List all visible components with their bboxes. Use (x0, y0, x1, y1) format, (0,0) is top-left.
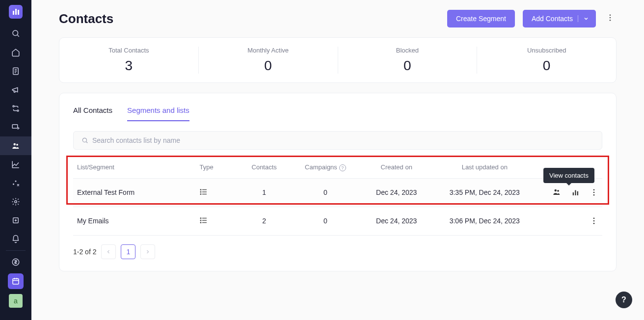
view-contacts-icon[interactable] (552, 187, 561, 196)
pagination: 1-2 of 2 1 (73, 244, 602, 259)
sidebar-item-automation[interactable] (0, 99, 31, 118)
sidebar-item-notifications[interactable] (0, 230, 31, 248)
cell-created-on: Dec 24, 2023 (357, 207, 436, 235)
cell-name: External Test Form (73, 178, 195, 207)
svg-point-13 (610, 20, 611, 21)
stat-total-contacts: Total Contacts 3 (59, 47, 199, 74)
table-row[interactable]: My Emails 2 0 Dec 24, 2023 3:06 PM, Dec … (73, 207, 602, 235)
more-vertical-icon[interactable] (590, 216, 598, 225)
search-input[interactable] (92, 136, 594, 144)
svg-point-12 (610, 17, 611, 19)
search-bar[interactable] (73, 131, 602, 150)
cell-campaigns: 0 (294, 207, 357, 235)
cell-name: My Emails (73, 207, 195, 235)
svg-point-25 (593, 194, 595, 196)
svg-point-31 (593, 223, 595, 224)
sidebar-item-analytics[interactable] (0, 155, 31, 174)
svg-point-16 (201, 191, 202, 192)
stats-card: Total Contacts 3 Monthly Active 0 Blocke… (59, 37, 617, 83)
svg-point-28 (201, 222, 202, 223)
tooltip-view-contacts: View contacts (543, 168, 594, 183)
screen-icon (11, 123, 20, 132)
col-header-updated-on: Last updated on (436, 159, 534, 178)
svg-point-29 (593, 217, 595, 219)
gear-icon (11, 197, 20, 206)
stat-label: Blocked (338, 47, 477, 54)
pagination-page-1[interactable]: 1 (121, 244, 135, 259)
main-content: Contacts Create Segment Add Contacts Tot… (31, 0, 644, 320)
create-segment-button[interactable]: Create Segment (447, 10, 515, 27)
megaphone-icon (11, 85, 20, 94)
sparkle-icon (11, 179, 20, 187)
cell-created-on: Dec 24, 2023 (357, 178, 436, 207)
cell-type (195, 178, 235, 207)
svg-point-19 (557, 189, 559, 191)
tab-segments-lists[interactable]: Segments and lists (127, 103, 189, 121)
help-icon[interactable]: ? (339, 164, 346, 171)
svg-point-5 (14, 143, 16, 146)
row-actions (537, 216, 598, 225)
chart-bar-icon[interactable] (571, 188, 580, 197)
sidebar-item-home[interactable] (0, 43, 31, 62)
add-contacts-label: Add Contacts (532, 15, 573, 23)
list-icon (199, 187, 208, 196)
svg-point-17 (201, 193, 202, 194)
stat-value: 3 (59, 58, 198, 74)
sidebar-item-campaigns[interactable] (0, 80, 31, 99)
svg-point-6 (16, 144, 18, 146)
pagination-prev[interactable] (101, 244, 116, 259)
add-contacts-button[interactable]: Add Contacts (523, 10, 596, 27)
segments-table: List/Segment Type Contacts Campaigns? Cr… (73, 159, 602, 236)
chevron-down-icon (583, 16, 589, 22)
svg-point-0 (13, 30, 18, 36)
svg-point-27 (201, 220, 202, 221)
svg-point-14 (82, 138, 86, 142)
stat-unsubscribed: Unsubscribed 0 (477, 47, 616, 74)
svg-point-30 (593, 220, 595, 222)
page-header: Contacts Create Segment Add Contacts (59, 10, 617, 27)
sidebar-item-magic[interactable] (0, 174, 31, 192)
content-card: All Contacts Segments and lists List/Seg… (59, 93, 617, 271)
stat-label: Total Contacts (59, 47, 198, 54)
more-vertical-icon[interactable] (590, 188, 598, 197)
help-float-button[interactable]: ? (616, 292, 632, 308)
sidebar-item-settings[interactable] (0, 192, 31, 211)
cell-campaigns: 0 (294, 178, 357, 207)
sidebar-divider (6, 250, 26, 251)
sidebar-item-billing[interactable] (0, 253, 31, 271)
automation-icon (11, 104, 20, 113)
stat-label: Unsubscribed (477, 47, 616, 54)
col-header-list-segment: List/Segment (73, 159, 195, 178)
svg-rect-4 (12, 125, 18, 129)
cell-updated-on: 3:06 PM, Dec 24, 2023 (436, 207, 534, 235)
col-header-contacts: Contacts (235, 159, 294, 178)
svg-rect-21 (575, 190, 576, 196)
svg-point-2 (13, 106, 14, 107)
tabs: All Contacts Segments and lists (73, 103, 602, 121)
stat-value: 0 (477, 58, 616, 74)
sidebar-item-content[interactable] (0, 62, 31, 80)
sidebar-search[interactable] (0, 24, 31, 43)
pagination-next[interactable] (140, 244, 155, 259)
user-avatar[interactable]: a (9, 294, 23, 308)
cell-contacts: 2 (235, 207, 294, 235)
col-header-type: Type (195, 159, 235, 178)
header-more-button[interactable] (604, 11, 617, 26)
svg-point-24 (593, 192, 595, 193)
tab-all-contacts[interactable]: All Contacts (73, 103, 112, 121)
table-row[interactable]: External Test Form 1 0 Dec 24, 2023 3:35… (73, 178, 602, 207)
sidebar-item-forms[interactable] (0, 118, 31, 136)
people-icon (11, 141, 20, 150)
app-logo[interactable] (9, 5, 23, 19)
sidebar-item-calendar[interactable] (8, 273, 24, 289)
search-icon (11, 29, 20, 38)
sidebar-item-contacts[interactable] (0, 136, 31, 155)
table-wrap: List/Segment Type Contacts Campaigns? Cr… (73, 159, 602, 236)
stat-value: 0 (199, 58, 338, 74)
svg-rect-20 (573, 192, 574, 195)
pagination-range: 1-2 of 2 (73, 248, 96, 256)
svg-rect-22 (577, 191, 578, 195)
stat-monthly-active: Monthly Active 0 (199, 47, 338, 74)
chart-line-icon (11, 160, 20, 169)
sidebar-item-integrations[interactable] (0, 211, 31, 230)
